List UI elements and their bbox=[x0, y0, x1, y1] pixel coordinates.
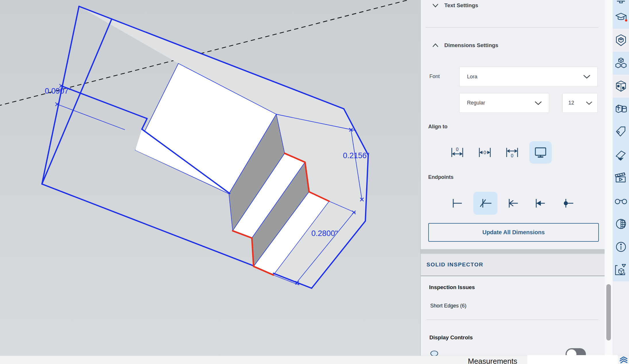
toolbar-item-graduation-cap[interactable] bbox=[613, 6, 629, 29]
toolbar-item-solid-inspector[interactable] bbox=[613, 258, 629, 281]
endpoint-dot-button[interactable] bbox=[556, 192, 579, 215]
chevron-up-icon bbox=[431, 42, 440, 49]
measurements-input[interactable] bbox=[527, 355, 618, 364]
chevron-down-icon bbox=[582, 74, 592, 80]
panel-scrollbar-track[interactable] bbox=[605, 0, 613, 356]
chevron-down-icon bbox=[431, 2, 440, 9]
solid-inspector-header: SOLID INSPECTOR bbox=[421, 254, 605, 276]
toolbar-item-glasses[interactable] bbox=[613, 189, 629, 212]
status-bar: Measurements bbox=[0, 356, 629, 364]
font-style-value: Regular bbox=[467, 100, 485, 106]
endpoint-slash-button[interactable] bbox=[473, 192, 497, 215]
toolbar-item-stacked-cubes[interactable] bbox=[613, 52, 629, 75]
inspection-issues-heading: Inspection Issues bbox=[429, 284, 475, 291]
issue-item[interactable]: Short Edges (6) bbox=[430, 303, 466, 309]
chevron-down-icon bbox=[533, 100, 543, 106]
svg-text:0: 0 bbox=[456, 147, 459, 152]
solid-inspector-title: SOLID INSPECTOR bbox=[427, 262, 483, 268]
endpoint-open-arrow-button[interactable] bbox=[501, 192, 524, 215]
font-style-select[interactable]: Regular bbox=[459, 93, 549, 113]
divider bbox=[427, 320, 598, 320]
section-text-settings[interactable]: Text Settings bbox=[431, 2, 478, 9]
toolbar-item-tag[interactable] bbox=[613, 121, 629, 144]
display-controls-heading: Display Controls bbox=[429, 334, 473, 341]
update-all-dimensions-button[interactable]: Update All Dimensions bbox=[428, 223, 599, 242]
chevron-down-icon bbox=[585, 100, 593, 106]
endpoint-tick-button[interactable] bbox=[445, 192, 468, 215]
font-label: Font bbox=[429, 73, 440, 80]
toolbar-item-window-partial[interactable] bbox=[613, 0, 629, 6]
dimension-label-1[interactable]: 0.0907" bbox=[45, 87, 71, 95]
dimension-label-3[interactable]: 0.2800" bbox=[311, 229, 338, 238]
dimension-label-2[interactable]: 0.2156" bbox=[343, 151, 369, 160]
section-title: Text Settings bbox=[444, 2, 478, 9]
section-separator bbox=[421, 249, 605, 254]
svg-text:0: 0 bbox=[511, 153, 514, 158]
endpoint-filled-arrow-button[interactable] bbox=[528, 192, 551, 215]
toolbar-item-cube-and-cylinder[interactable] bbox=[613, 98, 629, 121]
section-title: Dimensions Settings bbox=[444, 42, 498, 49]
sketchup-logo-icon[interactable] bbox=[618, 356, 629, 364]
toolbar-item-shield-box[interactable] bbox=[613, 29, 629, 52]
font-size-select[interactable]: 12 bbox=[562, 93, 598, 113]
divider bbox=[426, 27, 599, 28]
font-family-select[interactable]: Lora bbox=[459, 67, 598, 87]
model-viewport[interactable]: 0.0907" 0.2156" 0.2800" bbox=[0, 0, 420, 356]
align-below-button[interactable]: 0 bbox=[501, 141, 523, 164]
toolbar-item-globe-grid[interactable] bbox=[613, 212, 629, 235]
toolbar-item-eraser[interactable] bbox=[613, 144, 629, 166]
toolbar-item-clapperboard[interactable] bbox=[613, 166, 629, 189]
align-above-button[interactable]: 0 bbox=[446, 141, 468, 164]
toolbar-item-info[interactable] bbox=[613, 235, 629, 258]
notification-dot bbox=[625, 19, 627, 22]
endpoints-label: Endpoints bbox=[428, 174, 454, 180]
section-dimensions-settings[interactable]: Dimensions Settings bbox=[431, 42, 498, 49]
toolbar-item-checkered-cube[interactable] bbox=[613, 75, 629, 98]
svg-text:0: 0 bbox=[484, 150, 486, 155]
extensions-toolbar bbox=[613, 0, 629, 356]
align-screen-button[interactable] bbox=[529, 141, 552, 164]
font-family-value: Lora bbox=[467, 74, 477, 80]
settings-panel: Text Settings Dimensions Settings Font L… bbox=[420, 0, 605, 356]
eye-icon[interactable] bbox=[428, 350, 441, 356]
align-center-button[interactable]: 0 bbox=[474, 141, 496, 164]
font-size-value: 12 bbox=[568, 100, 574, 106]
panel-scrollbar-thumb[interactable] bbox=[606, 284, 611, 340]
measurements-label: Measurements bbox=[468, 357, 517, 364]
align-to-label: Align to bbox=[428, 124, 447, 130]
